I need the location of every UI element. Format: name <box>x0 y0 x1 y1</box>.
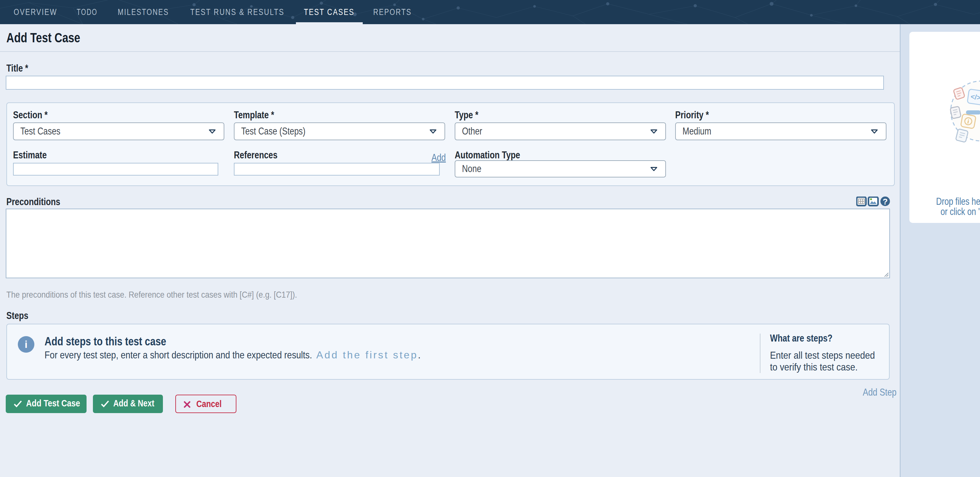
svg-text:Drop files he: Drop files he <box>936 196 980 207</box>
svg-text:</>: </> <box>970 92 980 102</box>
svg-text:?: ? <box>883 197 888 206</box>
svg-text:or click on ': or click on ' <box>940 206 980 217</box>
